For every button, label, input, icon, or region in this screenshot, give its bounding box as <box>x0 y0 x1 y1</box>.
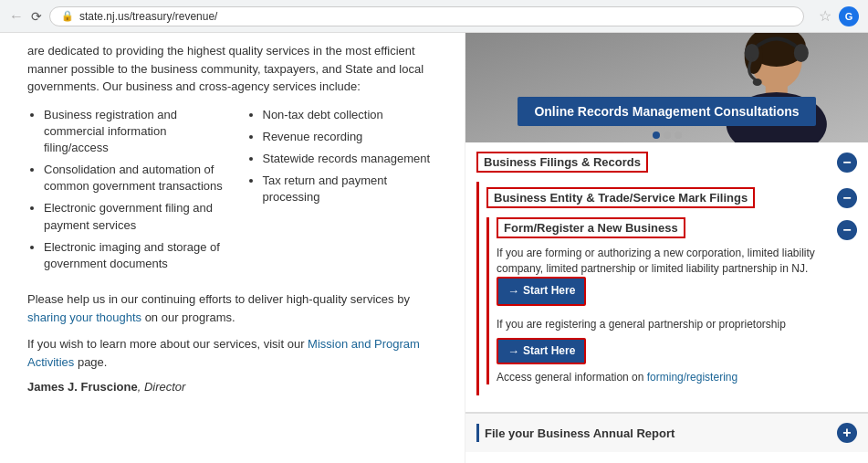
business-entity-subsection: Business Entity & Trade/Service Mark Fil… <box>476 182 857 395</box>
director-name: James J. Fruscione, Director <box>27 380 446 394</box>
list-item: Non-tax debt collection <box>263 107 447 123</box>
reload-icon[interactable]: ⟳ <box>31 9 42 24</box>
hero-image <box>465 33 868 142</box>
intro-paragraph: are dedicated to providing the highest q… <box>27 42 446 96</box>
list-item: Statewide records management <box>263 151 447 167</box>
svg-point-8 <box>753 79 762 86</box>
form-register-header: Form/Register a New Business − <box>497 217 857 242</box>
url-bar[interactable]: 🔒 state.nj.us/treasury/revenue/ <box>49 6 804 26</box>
list-item: Electronic imaging and storage of govern… <box>44 239 228 272</box>
more-paragraph: If you wish to learn more about our serv… <box>27 335 446 371</box>
annual-report-title-group: File your Business Annual Report <box>476 424 675 442</box>
left-bullet-list: Business registration and commercial inf… <box>27 107 228 273</box>
hero-dots <box>653 132 682 139</box>
arrow-icon-1: → <box>507 283 519 300</box>
list-item: Electronic government filing and payment… <box>44 200 228 233</box>
list-item: Tax return and payment processing <box>263 173 447 205</box>
sharing-thoughts-link[interactable]: sharing your thoughts <box>27 310 141 324</box>
dot-2[interactable] <box>664 132 671 139</box>
forming-registering-link[interactable]: forming/registering <box>647 371 737 384</box>
list-item: Business registration and commercial inf… <box>44 107 228 157</box>
start-here-label-2: Start Here <box>523 344 575 357</box>
dot-3[interactable] <box>675 132 682 139</box>
business-filings-header[interactable]: Business Filings & Records − <box>465 142 868 182</box>
list-item: Revenue recording <box>263 129 447 145</box>
bullet-col-right: Non-tax debt collection Revenue recordin… <box>246 107 447 279</box>
bookmark-icon[interactable]: ☆ <box>819 7 831 25</box>
annual-report-header[interactable]: File your Business Annual Report + <box>465 414 868 452</box>
business-filings-toggle[interactable]: − <box>837 153 857 173</box>
user-avatar[interactable]: G <box>839 6 859 26</box>
form-register-desc2: If you are registering a general partner… <box>497 317 857 332</box>
business-entity-toggle[interactable]: − <box>837 188 857 208</box>
page-content: are dedicated to providing the highest q… <box>0 33 868 463</box>
form-register-toggle[interactable]: − <box>837 220 857 240</box>
left-column: are dedicated to providing the highest q… <box>0 33 465 463</box>
back-icon[interactable]: ← <box>9 8 24 25</box>
annual-report-bar <box>476 424 479 442</box>
start-here-btn-1[interactable]: → Start Here <box>497 277 586 306</box>
help-text-suffix: on our programs. <box>141 310 235 324</box>
list-item: Consolidation and automation of common g… <box>44 162 228 195</box>
business-filings-title: Business Filings & Records <box>476 152 648 173</box>
bullet-col-left: Business registration and commercial inf… <box>27 107 228 279</box>
business-filings-section: Business Filings & Records − Business En… <box>465 142 868 413</box>
business-entity-body: Form/Register a New Business − If you ar… <box>486 214 857 395</box>
hero-title: Online Records Management Consultations <box>518 97 815 126</box>
hero-banner: Online Records Management Consultations <box>465 33 868 142</box>
bullet-columns: Business registration and commercial inf… <box>27 107 446 279</box>
lock-icon: 🔒 <box>61 10 74 22</box>
annual-report-label: File your Business Annual Report <box>485 426 675 440</box>
svg-point-7 <box>794 44 809 62</box>
right-bullet-list: Non-tax debt collection Revenue recordin… <box>246 107 447 206</box>
annual-report-toggle[interactable]: + <box>837 423 857 443</box>
form-register-item: Form/Register a New Business − If you ar… <box>486 217 857 384</box>
business-entity-title: Business Entity & Trade/Service Mark Fil… <box>486 187 755 208</box>
form-register-link-text: Access general information on forming/re… <box>497 370 857 385</box>
more-text-suffix: page. <box>74 355 107 369</box>
form-register-title: Form/Register a New Business <box>497 217 685 238</box>
more-text-prefix: If you wish to learn more about our serv… <box>27 337 308 351</box>
url-text: state.nj.us/treasury/revenue/ <box>79 10 217 23</box>
start-here-btn-2[interactable]: → Start Here <box>497 338 586 364</box>
arrow-icon-2: → <box>507 344 519 358</box>
browser-toolbar: ← ⟳ 🔒 state.nj.us/treasury/revenue/ ☆ G <box>0 0 868 33</box>
annual-report-section: File your Business Annual Report + <box>465 413 868 452</box>
business-entity-header[interactable]: Business Entity & Trade/Service Mark Fil… <box>486 182 857 214</box>
help-paragraph: Please help us in our continuing efforts… <box>27 290 446 326</box>
help-text-prefix: Please help us in our continuing efforts… <box>27 292 410 306</box>
start-here-label-1: Start Here <box>523 283 575 299</box>
form-register-desc1: If you are forming or authorizing a new … <box>497 246 857 311</box>
hero-overlay: Online Records Management Consultations <box>465 97 868 126</box>
dot-1[interactable] <box>653 132 660 139</box>
right-column: Online Records Management Consultations … <box>465 33 868 463</box>
business-filings-body: Business Entity & Trade/Service Mark Fil… <box>465 182 868 412</box>
